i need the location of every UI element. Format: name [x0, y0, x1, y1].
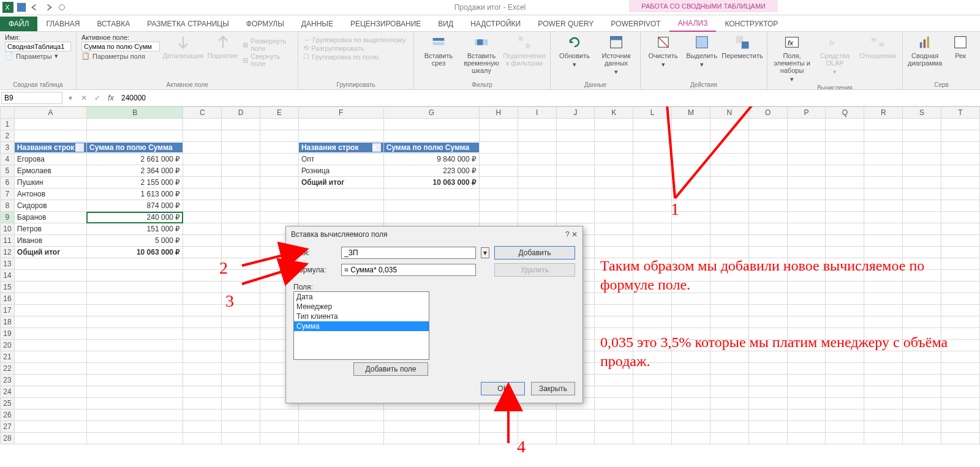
cell[interactable]	[383, 119, 479, 130]
cell[interactable]	[748, 386, 787, 398]
cell[interactable]	[14, 386, 86, 398]
cell[interactable]	[556, 142, 595, 154]
row-header[interactable]: 25	[1, 398, 15, 409]
cell[interactable]	[787, 305, 826, 316]
ok-button[interactable]: OK	[481, 382, 525, 395]
cell[interactable]	[222, 421, 260, 433]
cell[interactable]	[183, 247, 222, 258]
cell[interactable]	[787, 398, 826, 409]
cell[interactable]	[183, 398, 222, 409]
cell[interactable]	[479, 130, 518, 142]
cell[interactable]	[826, 130, 864, 142]
cell[interactable]	[941, 165, 980, 177]
cell[interactable]	[748, 212, 787, 223]
cell[interactable]	[903, 189, 941, 200]
cell[interactable]: 223 000 ₽	[383, 165, 479, 177]
cell[interactable]	[903, 386, 941, 398]
cell[interactable]: 1 613 000 ₽	[86, 189, 183, 200]
cell[interactable]	[672, 130, 710, 142]
cell[interactable]	[479, 409, 518, 421]
list-item[interactable]: Менеджер	[294, 302, 429, 312]
cell[interactable]	[14, 282, 86, 293]
col-header[interactable]: F	[298, 107, 383, 119]
cell[interactable]	[595, 235, 633, 247]
cell[interactable]	[748, 165, 787, 177]
cell[interactable]	[787, 375, 826, 386]
cell[interactable]	[672, 154, 710, 165]
cell[interactable]	[710, 119, 748, 130]
cell[interactable]: 5 000 ₽	[86, 235, 183, 247]
cell[interactable]	[787, 223, 826, 235]
cell[interactable]	[222, 398, 260, 409]
cell[interactable]	[183, 316, 222, 328]
cell[interactable]	[748, 154, 787, 165]
cell[interactable]	[260, 421, 299, 433]
cell[interactable]	[14, 351, 86, 363]
cell[interactable]	[383, 421, 479, 433]
cell[interactable]	[633, 189, 672, 200]
redo-icon[interactable]	[43, 2, 54, 13]
cell[interactable]: Петров	[14, 223, 86, 235]
cell[interactable]	[826, 398, 864, 409]
list-item[interactable]: Тип клиента	[294, 312, 429, 321]
cell[interactable]	[710, 305, 748, 316]
cell[interactable]	[222, 328, 260, 340]
select-all-corner[interactable]	[1, 107, 15, 119]
cell[interactable]	[903, 235, 941, 247]
cell[interactable]	[222, 316, 260, 328]
cell[interactable]	[479, 433, 518, 444]
row-header[interactable]: 28	[1, 433, 15, 444]
cell[interactable]	[710, 398, 748, 409]
cell[interactable]	[633, 409, 672, 421]
cell[interactable]	[826, 154, 864, 165]
cell[interactable]	[222, 212, 260, 223]
cell[interactable]	[672, 119, 710, 130]
pivot-chart-button[interactable]: Сводная диаграмма	[908, 34, 942, 67]
cell[interactable]	[672, 305, 710, 316]
cell[interactable]: Сидоров	[14, 200, 86, 212]
cell[interactable]	[86, 316, 183, 328]
cell[interactable]	[903, 375, 941, 386]
cell[interactable]	[222, 165, 260, 177]
cell[interactable]	[748, 200, 787, 212]
cell[interactable]	[183, 177, 222, 189]
cell[interactable]	[183, 293, 222, 305]
row-header[interactable]: 13	[1, 258, 15, 270]
cell[interactable]	[672, 409, 710, 421]
cell[interactable]	[864, 177, 903, 189]
fields-items-sets-button[interactable]: fxПоля, элементы и наборы ▾	[772, 34, 812, 83]
cell[interactable]	[633, 386, 672, 398]
cell[interactable]	[595, 212, 633, 223]
cell[interactable]	[595, 154, 633, 165]
cell[interactable]	[787, 212, 826, 223]
cell[interactable]	[864, 212, 903, 223]
cell[interactable]	[479, 200, 518, 212]
col-header[interactable]: S	[903, 107, 941, 119]
row-header[interactable]: 6	[1, 177, 15, 189]
cell[interactable]	[748, 433, 787, 444]
cell[interactable]	[941, 398, 980, 409]
col-header[interactable]: B	[86, 107, 183, 119]
cell[interactable]	[183, 165, 222, 177]
cell[interactable]	[518, 409, 556, 421]
cell[interactable]	[260, 119, 299, 130]
cell[interactable]	[260, 189, 299, 200]
cell[interactable]	[633, 212, 672, 223]
cell[interactable]	[183, 223, 222, 235]
cell[interactable]	[710, 142, 748, 154]
cell[interactable]	[864, 433, 903, 444]
cell[interactable]	[748, 398, 787, 409]
cell[interactable]	[941, 421, 980, 433]
cell[interactable]	[222, 351, 260, 363]
cell[interactable]	[903, 154, 941, 165]
cell[interactable]	[710, 189, 748, 200]
cell[interactable]	[86, 398, 183, 409]
cell[interactable]	[633, 421, 672, 433]
close-button[interactable]: Закрыть	[531, 382, 575, 395]
cell[interactable]	[518, 189, 556, 200]
col-header[interactable]: P	[787, 107, 826, 119]
cell[interactable]	[86, 328, 183, 340]
cell[interactable]	[864, 165, 903, 177]
cell[interactable]	[222, 386, 260, 398]
active-field-input[interactable]	[81, 42, 160, 51]
